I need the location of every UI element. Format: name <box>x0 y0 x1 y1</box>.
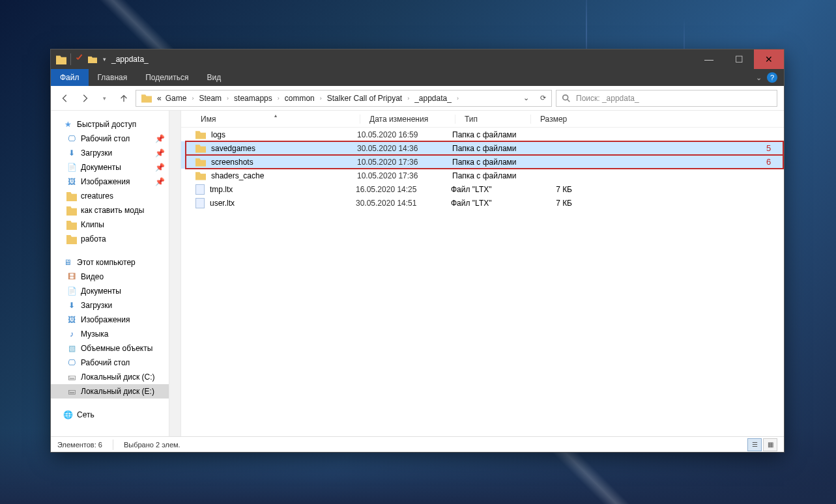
sidebar-item[interactable]: 🖵Рабочий стол📌 <box>51 132 180 146</box>
folder-icon <box>195 158 206 167</box>
svg-point-0 <box>563 94 568 100</box>
sidebar-item[interactable]: ♪Музыка <box>51 327 180 341</box>
sidebar-item-label: Рабочий стол <box>81 358 130 367</box>
file-row[interactable]: logs10.05.2020 16:59Папка с файлами <box>181 128 784 141</box>
cell-name: tmp.ltx <box>205 185 356 194</box>
tab-home[interactable]: Главная <box>89 69 137 86</box>
maximize-button[interactable]: ☐ <box>724 49 754 69</box>
sidebar-item[interactable]: 🎞Видео <box>51 270 180 284</box>
cell-type: Папка с файлами <box>452 171 528 180</box>
video-icon: 🎞 <box>66 272 77 282</box>
sidebar-quick-access[interactable]: ★ Быстрый доступ <box>51 117 180 132</box>
folder-icon <box>195 130 206 139</box>
obj-icon: ▧ <box>66 343 77 354</box>
chevron-right-icon[interactable]: › <box>317 95 324 102</box>
sidebar-item[interactable]: работа <box>51 232 180 246</box>
column-type[interactable]: Тип <box>455 115 530 124</box>
minimize-button[interactable]: — <box>694 49 724 69</box>
forward-button[interactable] <box>77 91 93 106</box>
status-count: Элементов: 6 <box>57 441 102 449</box>
view-icons-button[interactable]: ▦ <box>763 438 777 451</box>
desktop-icon: 🖵 <box>66 133 77 144</box>
breadcrumb-prefix[interactable]: « <box>156 94 163 103</box>
file-row[interactable]: tmp.ltx16.05.2020 14:25Файл "LTX"7 КБ <box>181 182 784 196</box>
app-icon <box>56 54 66 64</box>
file-icon <box>195 184 205 195</box>
sidebar-item[interactable]: creatures <box>51 189 180 203</box>
sidebar-item[interactable]: 🖴Локальный диск (E:) <box>51 384 180 399</box>
breadcrumb-item[interactable]: steamapps <box>233 94 274 103</box>
sidebar[interactable]: ★ Быстрый доступ 🖵Рабочий стол📌⬇Загрузки… <box>51 111 181 436</box>
svg-line-1 <box>568 99 570 102</box>
chevron-right-icon[interactable]: › <box>405 95 412 102</box>
cell-type: Папка с файлами <box>452 130 528 139</box>
address-bar[interactable]: « Game› Steam› steamapps› common› Stalke… <box>136 90 552 107</box>
sidebar-item-label: Рабочий стол <box>81 134 130 143</box>
images-icon: 🖼 <box>66 176 77 187</box>
sidebar-item[interactable]: 🖼Изображения📌 <box>51 175 180 189</box>
search-input[interactable]: Поиск: _appdata_ <box>556 90 777 107</box>
file-list: Имя ▴ Дата изменения Тип Размер logs10.0… <box>181 111 784 436</box>
titlebar[interactable]: ▾ _appdata_ — ☐ ✕ <box>51 49 784 69</box>
breadcrumb-item[interactable]: _appdata_ <box>413 94 453 103</box>
address-dropdown-icon[interactable]: ⌄ <box>517 91 534 106</box>
file-row[interactable]: screenshots10.05.2020 17:36Папка с файла… <box>181 155 784 169</box>
chevron-right-icon[interactable]: › <box>189 95 196 102</box>
nav-row: ▾ « Game› Steam› steamapps› common› Stal… <box>51 86 784 111</box>
sidebar-item[interactable]: 📄Документы <box>51 284 180 298</box>
qat-properties-icon[interactable] <box>75 55 84 64</box>
column-date[interactable]: Дата изменения <box>360 115 455 124</box>
sidebar-this-pc[interactable]: 🖥 Этот компьютер <box>51 255 180 270</box>
recent-dropdown-icon[interactable]: ▾ <box>96 91 112 106</box>
sidebar-item[interactable]: ⬇Загрузки📌 <box>51 146 180 160</box>
sidebar-network[interactable]: 🌐 Сеть <box>51 408 180 422</box>
disk-icon: 🖴 <box>66 386 77 397</box>
breadcrumb-item[interactable]: Game <box>164 94 188 103</box>
search-icon <box>562 94 571 103</box>
sidebar-item-label: Локальный диск (E:) <box>81 387 154 396</box>
annotation-number: 6 <box>766 157 771 167</box>
window-title: _appdata_ <box>111 55 149 64</box>
chevron-right-icon[interactable]: › <box>224 95 231 102</box>
sidebar-item[interactable]: 🖼Изображения <box>51 313 180 327</box>
expand-ribbon-icon[interactable]: ⌄ <box>756 74 762 82</box>
cell-size: 7 КБ <box>526 199 572 208</box>
sidebar-item-label: Загрузки <box>81 148 112 158</box>
tab-file[interactable]: Файл <box>51 69 89 86</box>
chevron-right-icon[interactable]: › <box>275 95 282 102</box>
column-name[interactable]: Имя ▴ <box>192 115 360 124</box>
file-row[interactable]: user.ltx30.05.2020 14:51Файл "LTX"7 КБ <box>181 196 784 210</box>
breadcrumb-item[interactable]: Steam <box>197 94 223 103</box>
sidebar-item[interactable]: ⬇Загрузки <box>51 298 180 313</box>
qat-customize-icon[interactable]: ▾ <box>103 56 106 63</box>
refresh-button[interactable]: ⟳ <box>534 91 551 106</box>
sidebar-item[interactable]: 📄Документы📌 <box>51 160 180 175</box>
close-button[interactable]: ✕ <box>754 49 784 69</box>
qat-newfolder-icon[interactable] <box>88 55 97 63</box>
sidebar-item[interactable]: 🖴Локальный диск (C:) <box>51 370 180 384</box>
back-button[interactable] <box>57 91 73 106</box>
sidebar-item[interactable]: как ставить моды <box>51 203 180 217</box>
tab-share[interactable]: Поделиться <box>136 69 197 86</box>
sidebar-item[interactable]: 🖵Рабочий стол <box>51 356 180 370</box>
sidebar-item-label: Музыка <box>81 329 108 339</box>
up-button[interactable] <box>116 91 132 106</box>
file-row[interactable]: savedgames30.05.2020 14:36Папка с файлам… <box>181 141 784 155</box>
view-details-button[interactable]: ☰ <box>747 438 762 451</box>
column-size[interactable]: Размер <box>530 115 583 124</box>
chevron-right-icon[interactable]: › <box>454 95 461 102</box>
breadcrumb-item[interactable]: common <box>283 94 316 103</box>
sidebar-item[interactable]: ▧Объемные объекты <box>51 341 180 356</box>
sort-asc-icon: ▴ <box>274 113 277 119</box>
cell-type: Файл "LTX" <box>451 199 526 208</box>
sidebar-item-label: Изображения <box>81 177 130 186</box>
help-icon[interactable]: ? <box>767 72 777 83</box>
download-icon: ⬇ <box>66 300 77 311</box>
breadcrumb-item[interactable]: Stalker Call of Pripyat <box>326 94 403 103</box>
sidebar-item[interactable]: Клипы <box>51 217 180 232</box>
file-icon <box>195 198 205 208</box>
star-icon: ★ <box>63 119 73 130</box>
sidebar-item-label: Видео <box>81 272 104 281</box>
file-row[interactable]: shaders_cache10.05.2020 17:36Папка с фай… <box>181 169 784 182</box>
tab-view[interactable]: Вид <box>197 69 230 86</box>
